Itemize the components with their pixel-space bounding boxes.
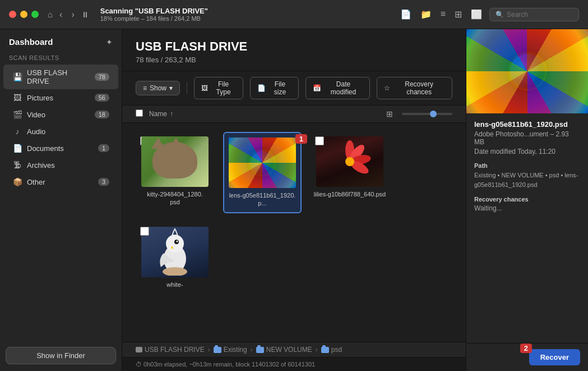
documents-icon: 📄	[12, 144, 22, 153]
show-chevron-icon: ▾	[169, 84, 173, 92]
sidebar-item-usb[interactable]: 💾 USB FLASH DRIVE 78	[3, 65, 118, 89]
breadcrumb-arrow-3: ›	[316, 346, 318, 354]
sidebar-badge-video: 18	[95, 111, 109, 118]
file-icon[interactable]: 📄	[399, 7, 413, 21]
sidebar-item-video[interactable]: 🎬 Video 18	[3, 106, 118, 123]
recovery-chances-label: Recovery chances	[393, 80, 445, 96]
breadcrumb: USB FLASH DRIVE › Existing › NEW VOLUME …	[122, 342, 466, 357]
sidebar-badge-other: 3	[98, 178, 109, 186]
search-icon: 🔍	[496, 11, 504, 19]
show-in-finder-button[interactable]: Show in Finder	[6, 347, 116, 364]
rp-recovery-value: Waiting...	[474, 204, 580, 212]
file-checkbox-lilies[interactable]	[315, 136, 324, 145]
show-button[interactable]: ≡ Show ▾	[136, 81, 180, 95]
sidebar-label-audio: Audio	[27, 127, 109, 136]
date-modified-label: Date modified	[324, 80, 363, 96]
rp-path-label: Path	[474, 162, 580, 169]
folder-icon-existing	[214, 347, 221, 353]
image-icon: 🖼	[201, 84, 208, 92]
file-type-button[interactable]: 🖼 File Type	[194, 77, 243, 99]
pause-button[interactable]: ⏸	[81, 10, 89, 19]
filter-icon[interactable]: ⊞	[386, 109, 393, 118]
rp-date-modified: Date modified Today, 11:20	[474, 148, 580, 155]
recover-button[interactable]: Recover	[529, 349, 580, 365]
file-thumb-lens	[229, 138, 296, 188]
file-thumb-lilies	[316, 136, 383, 187]
slider-track[interactable]	[402, 113, 452, 115]
cat-shape	[152, 142, 197, 178]
rp-path-value: Existing • NEW VOLUME • psd • lens-g05e8…	[474, 171, 580, 189]
sidebar-label-other: Other	[27, 178, 94, 186]
name-label: Name	[149, 110, 167, 118]
file-name-lens: lens-g05e811b61_1920.p...	[229, 191, 296, 208]
show-icon: ≡	[143, 84, 147, 92]
sidebar-item-audio[interactable]: ♪ Audio	[3, 123, 118, 140]
file-name-white: white-	[166, 281, 183, 288]
sidebar-label-archives: Archives	[27, 161, 109, 170]
traffic-lights	[9, 11, 39, 18]
nav-buttons: ⌂ ‹ › ⏸	[48, 8, 94, 21]
sidebar-item-archives[interactable]: 🗜 Archives	[3, 157, 118, 173]
file-grid-row2: white-	[136, 222, 452, 293]
breadcrumb-usb[interactable]: USB FLASH DRIVE	[136, 346, 205, 354]
date-modified-button[interactable]: 📅 Date modified	[305, 77, 370, 99]
breadcrumb-newvolume[interactable]: NEW VOLUME	[256, 346, 312, 354]
file-item-white[interactable]: white-	[136, 222, 214, 293]
breadcrumb-existing[interactable]: Existing	[214, 346, 247, 354]
file-size-icon: 📄	[257, 84, 266, 92]
content-header: USB FLASH DRIVE 78 files / 263,2 MB	[122, 29, 466, 71]
search-bar[interactable]: 🔍	[489, 8, 579, 21]
rp-filetype: Adobe Photosho...ument – 2.93 MB	[474, 130, 580, 146]
select-all-checkbox[interactable]	[136, 109, 143, 117]
sidebar-title: Dashboard	[9, 37, 53, 47]
breadcrumb-psd[interactable]: psd	[321, 346, 342, 354]
cat-thumbnail	[141, 136, 209, 187]
sidebar-label-documents: Documents	[27, 144, 94, 153]
stained-glass-bg	[229, 138, 296, 188]
folder-icon-psd	[321, 347, 329, 353]
split-icon[interactable]: ⬜	[469, 7, 484, 21]
slider-container	[402, 113, 452, 115]
file-size-button[interactable]: 📄 File size	[250, 77, 299, 99]
parrot-svg	[155, 228, 195, 276]
badge-1: 1	[295, 134, 307, 144]
minimize-button[interactable]	[20, 11, 27, 18]
sidebar: Dashboard ✦ Scan results 💾 USB FLASH DRI…	[0, 29, 122, 371]
file-thumb-white	[141, 227, 209, 277]
recovery-chances-button[interactable]: ☆ Recovery chances	[377, 77, 452, 99]
file-item-lens[interactable]: 1 lens-g05e811b61_1920.p...	[223, 132, 302, 213]
slider-thumb[interactable]	[430, 111, 437, 117]
home-icon[interactable]: ⌂	[48, 10, 53, 19]
file-name-kitty: kitty-2948404_1280.psd	[147, 190, 203, 207]
right-panel-footer: 2 Recover	[466, 343, 588, 371]
list-icon[interactable]: ≡	[439, 7, 447, 21]
breadcrumb-newvolume-label: NEW VOLUME	[266, 346, 312, 354]
sidebar-item-pictures[interactable]: 🖼 Pictures 56	[3, 89, 118, 106]
file-checkbox-white[interactable]	[140, 227, 149, 236]
header-checkbox[interactable]	[136, 109, 149, 119]
sidebar-item-other[interactable]: 📦 Other 3	[3, 173, 118, 190]
file-type-label: File Type	[211, 80, 236, 96]
file-item-kitty[interactable]: kitty-2948404_1280.psd	[136, 132, 214, 213]
pictures-icon: 🖼	[12, 93, 22, 102]
file-name-lilies: lilies-g10b86f788_640.psd	[314, 190, 386, 198]
file-grid-row1: kitty-2948404_1280.psd 1 lens-g05e811b61…	[136, 132, 452, 213]
file-grid-container: kitty-2948404_1280.psd 1 lens-g05e811b61…	[122, 123, 466, 342]
back-button[interactable]: ‹	[57, 8, 64, 21]
sidebar-spinner: ✦	[106, 38, 113, 47]
toolbar-separator	[187, 83, 187, 94]
close-button[interactable]	[9, 11, 16, 18]
forward-button[interactable]: ›	[69, 8, 76, 21]
search-input[interactable]	[507, 11, 573, 19]
maximize-button[interactable]	[31, 11, 39, 18]
name-column-header[interactable]: Name ↑	[149, 110, 386, 118]
sidebar-item-documents[interactable]: 📄 Documents 1	[3, 140, 118, 157]
folder-icon[interactable]: 📁	[419, 7, 433, 21]
file-item-lilies[interactable]: lilies-g10b86f788_640.psd	[311, 132, 389, 213]
lens-thumbnail	[229, 138, 296, 188]
grid-icon[interactable]: ⊞	[453, 7, 464, 21]
content-area: USB FLASH DRIVE 78 files / 263,2 MB ≡ Sh…	[122, 29, 466, 371]
content-title: USB FLASH DRIVE	[136, 39, 452, 54]
sidebar-badge-pictures: 56	[95, 94, 109, 102]
file-thumb-kitty	[141, 136, 209, 187]
